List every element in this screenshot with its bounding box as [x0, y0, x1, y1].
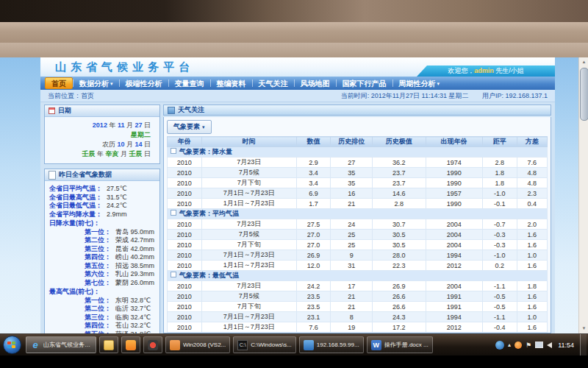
vertical-scrollbar[interactable]: ▲ ▼	[578, 57, 588, 333]
date-panel-header: 日期	[45, 105, 159, 117]
table-cell: 2010	[168, 178, 202, 188]
taskbar-button-4[interactable]: Win2008 (VS2...	[165, 336, 230, 353]
taskbar-button-6[interactable]: 192.168.59.99...	[299, 336, 364, 353]
ime-icon[interactable]	[495, 341, 504, 350]
rdp-icon	[304, 340, 314, 350]
nav-item-label: 国家下行产品	[343, 79, 387, 88]
collapse-checkbox[interactable]	[171, 210, 176, 216]
taskbar-button-5[interactable]: C:\Windows\s...	[233, 336, 296, 353]
nav-item-label: 天气关注	[259, 79, 288, 88]
nav-item-7[interactable]: 国家下行产品	[337, 78, 392, 88]
table-cell: 2010	[168, 281, 202, 291]
vm-icon	[170, 340, 180, 350]
nav-item-5[interactable]: 天气关注	[253, 78, 294, 88]
nav-item-label: 首页	[51, 79, 66, 88]
table-cell: 1.6	[517, 302, 547, 312]
table-row: 20107月23日27.52430.72004-0.72.0	[168, 219, 548, 230]
taskbar-button-1[interactable]	[99, 336, 118, 353]
table-cell: 26.9	[296, 250, 331, 261]
rank-item: 第一位：东明 32.8℃	[49, 297, 157, 305]
taskbar-button-label: 操作手册.docx ...	[384, 341, 429, 349]
nav-item-3[interactable]: 变量查询	[169, 78, 210, 88]
welcome-suffix: 先生/小姐	[494, 67, 524, 74]
table-cell: 24.3	[373, 312, 426, 322]
current-time: 当前时间: 2012年11月27日 11:14:31 星期二	[341, 92, 469, 99]
nav-menu: 首页数据分析▾极端性分析变量查询整编资料天气关注风场地图国家下行产品周期性分析▾	[40, 77, 555, 90]
collapse-checkbox[interactable]	[171, 148, 176, 154]
tray-app-icon[interactable]	[514, 342, 522, 349]
action-center-flag-icon[interactable]: ⚑	[526, 342, 531, 349]
rank-item: 第三位：昆嵛 42.0mm	[49, 245, 157, 254]
main-panel-title: 天气关注	[178, 105, 204, 115]
table-cell: 1月1日～7月23日	[201, 261, 296, 271]
table-cell: 1.6	[517, 291, 547, 302]
nav-item-label: 风场地图	[301, 79, 330, 88]
table-cell: 7月5候	[201, 168, 296, 178]
table-cell: 7月下旬	[201, 302, 296, 312]
table-cell: 7.6	[517, 158, 547, 168]
scrollbar-thumb[interactable]	[580, 68, 588, 121]
rank-position-label: 第六位：	[85, 270, 111, 277]
table-cell: 7月5候	[201, 230, 296, 240]
table-cell: 2010	[168, 158, 202, 168]
table-cell: 3.4	[296, 178, 331, 188]
rank-item: 第一位：青岛 95.0mm	[49, 228, 157, 237]
sidebar: 日期 2012 年 11 月 27 日 星期二	[44, 105, 160, 333]
rank-position-label: 第一位：	[85, 297, 111, 304]
app-icon	[126, 340, 136, 350]
welcome-ribbon: 欢迎您，admin 先生/小姐	[417, 66, 555, 77]
network-icon[interactable]	[535, 342, 543, 348]
taskbar-button-7[interactable]: 操作手册.docx ...	[367, 336, 433, 353]
table-cell: 1990	[426, 178, 483, 188]
taskbar-button-label: 山东省气候业务平...	[43, 341, 92, 349]
scroll-up-icon[interactable]: ▲	[579, 57, 588, 67]
show-hidden-icons-icon[interactable]: ▴	[508, 342, 511, 348]
nav-item-8[interactable]: 周期性分析▾	[393, 78, 446, 88]
stat-label: 全省日平均气温：	[49, 185, 102, 192]
rank-station-value: 招远 38.5mm	[115, 262, 154, 269]
taskbar-button-0[interactable]: 山东省气候业务平...	[26, 336, 96, 353]
table-row: 20101月1日～7月23日7.61917.22012-0.41.6	[168, 322, 548, 333]
rank-position-label: 第七位：	[85, 279, 111, 286]
table-row: 20107月下旬3.43523.719901.84.8	[168, 178, 548, 188]
rank-station-value: 荣成 42.7mm	[115, 236, 154, 244]
taskbar-clock[interactable]: 11:54	[558, 342, 574, 349]
collapse-checkbox[interactable]	[171, 272, 176, 277]
scroll-down-icon[interactable]: ▼	[579, 324, 588, 333]
nav-item-6[interactable]: 风场地图	[295, 78, 336, 88]
main-panel-header: 天气关注	[163, 105, 551, 116]
start-button[interactable]	[3, 336, 21, 354]
table-cell: 2012	[426, 261, 483, 271]
rank-section-label: 最高气温(前七)：	[49, 288, 157, 297]
breadcrumb-bar: 当前位置：首页 当前时间: 2012年11月27日 11:14:31 星期二 用…	[40, 90, 555, 102]
show-desktop-button[interactable]	[580, 334, 587, 356]
stat-line: 全省日最高气温：31.5℃	[49, 194, 157, 202]
addon-toolbar: ✕ bing ●●●	[0, 43, 588, 57]
table-cell: 2.3	[517, 188, 547, 199]
media-icon	[148, 340, 158, 350]
taskbar-button-2[interactable]	[121, 336, 140, 353]
table-cell: 23.7	[373, 178, 426, 188]
nav-item-4[interactable]: 整编资料	[211, 78, 252, 88]
table-cell: -0.3	[483, 240, 517, 250]
volume-icon[interactable]	[547, 342, 552, 348]
nav-item-1[interactable]: 数据分析▾	[74, 78, 119, 88]
table-cell: 1.0	[517, 250, 547, 261]
rank-station-value: 苍山 32.2℃	[115, 322, 151, 329]
element-selector-button[interactable]: 气象要素 ▾	[167, 120, 212, 134]
rank-station-value: 临朐 32.4℃	[115, 314, 151, 321]
taskbar-button-label: Win2008 (VS2...	[183, 342, 226, 348]
nav-item-0[interactable]: 首页	[45, 77, 73, 89]
nav-item-2[interactable]: 极端性分析	[120, 78, 168, 88]
content-area: 日期 2012 年 11 月 27 日 星期二	[40, 102, 555, 333]
weather-panel-header: 昨日全省气象数据	[45, 169, 159, 181]
table-cell: 2.8	[483, 158, 517, 168]
table-row: 20107月下旬23.52126.61991-0.51.6	[168, 302, 548, 312]
table-cell: 7月1日～7月23日	[201, 188, 296, 199]
table-cell: 30.7	[373, 219, 426, 230]
taskbar-button-3[interactable]	[143, 336, 162, 353]
folder-icon	[104, 340, 114, 350]
table-cell: -0.7	[483, 219, 517, 230]
table-cell: 7月23日	[201, 219, 296, 230]
table-cell: 2010	[168, 302, 202, 312]
